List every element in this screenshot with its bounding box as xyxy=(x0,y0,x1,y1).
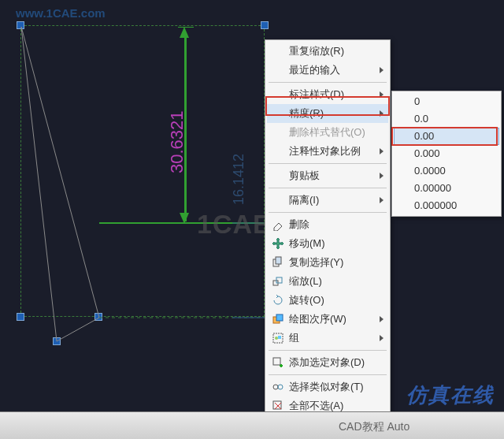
grip[interactable] xyxy=(94,313,102,321)
context-menu[interactable]: 重复缩放(R)最近的输入标注样式(D)精度(R)删除样式替代(O)注释性对象比例… xyxy=(265,39,391,439)
menu-item[interactable]: 隔离(I) xyxy=(267,191,388,210)
blank-icon xyxy=(270,43,286,59)
svg-rect-10 xyxy=(276,277,282,283)
submenu-item[interactable]: 0.000000 xyxy=(394,197,499,214)
chevron-right-icon xyxy=(380,335,384,341)
blank-icon xyxy=(270,192,286,208)
menu-item[interactable]: 绘图次序(W) xyxy=(267,310,388,329)
blank-icon xyxy=(270,143,286,159)
submenu-item[interactable]: 0.000 xyxy=(394,145,499,162)
chevron-right-icon xyxy=(380,173,384,179)
grip[interactable] xyxy=(17,21,24,29)
chevron-right-icon xyxy=(380,148,384,154)
svg-rect-8 xyxy=(276,257,281,264)
submenu-item[interactable]: 0.00 xyxy=(394,128,499,145)
status-bar xyxy=(0,411,504,439)
dimension-value: 30.6321 xyxy=(167,110,187,173)
move-icon xyxy=(270,236,286,251)
menu-item-label: 绘图次序(W) xyxy=(289,312,346,326)
blank-icon xyxy=(270,125,286,140)
menu-item-label: 删除 xyxy=(289,218,309,232)
menu-item[interactable]: 添加选定对象(D) xyxy=(267,353,388,372)
menu-item[interactable]: 选择类似对象(T) xyxy=(267,378,388,396)
selsimilar-icon xyxy=(270,379,286,395)
menu-separator xyxy=(269,212,387,213)
blank-icon xyxy=(270,87,286,102)
menu-item[interactable]: 复制选择(Y) xyxy=(267,253,388,272)
svg-rect-15 xyxy=(278,336,281,339)
precision-submenu[interactable]: 00.00.000.0000.00000.000000.000000 xyxy=(391,91,502,217)
menu-item-label: 旋转(O) xyxy=(289,293,324,307)
menu-item-label: 精度(R) xyxy=(289,106,324,121)
scale-icon xyxy=(270,273,286,289)
menu-item[interactable]: 精度(R) xyxy=(267,104,388,123)
blank-icon xyxy=(270,168,286,184)
watermark-bottom: CAD教程 Auto xyxy=(339,420,410,434)
menu-item-label: 最近的输入 xyxy=(289,63,340,77)
grip[interactable] xyxy=(261,21,269,29)
menu-item[interactable]: 最近的输入 xyxy=(267,61,388,80)
chevron-right-icon xyxy=(380,91,384,98)
blank-icon xyxy=(270,106,286,121)
drawing-canvas[interactable]: 30.6321 16.1412 1CAE.com www.1CAE.com xyxy=(0,0,504,439)
menu-item-label: 缩放(L) xyxy=(289,274,322,288)
menu-item-label: 移动(M) xyxy=(289,236,325,251)
blank-icon xyxy=(270,62,286,78)
rotate-icon xyxy=(270,292,286,308)
menu-item[interactable]: 移动(M) xyxy=(267,234,388,253)
menu-item-label: 选择类似对象(T) xyxy=(289,380,364,394)
chevron-right-icon xyxy=(380,316,384,322)
secondary-dimension-value: 16.1412 xyxy=(231,154,247,205)
watermark-url: www.1CAE.com xyxy=(16,6,106,20)
submenu-item[interactable]: 0.00000 xyxy=(394,180,499,197)
dimension-ext xyxy=(178,27,194,28)
svg-point-14 xyxy=(275,337,278,340)
menu-item-label: 重复缩放(R) xyxy=(289,44,344,58)
dimension-arrow-icon xyxy=(180,213,189,224)
addsel-icon xyxy=(270,355,286,370)
menu-item[interactable]: 标注样式(D) xyxy=(267,85,388,104)
menu-item[interactable]: 注释性对象比例 xyxy=(267,142,388,161)
svg-point-18 xyxy=(278,385,283,389)
menu-separator xyxy=(269,374,387,375)
menu-item-label: 组 xyxy=(289,331,299,345)
menu-item-label: 复制选择(Y) xyxy=(289,255,343,270)
erase-icon xyxy=(270,217,286,233)
submenu-item[interactable]: 0 xyxy=(394,93,499,110)
copy-icon xyxy=(270,255,286,270)
watermark-bottom-right: 仿真在线 xyxy=(406,381,495,409)
submenu-item[interactable]: 0.0000 xyxy=(394,162,499,180)
svg-rect-11 xyxy=(273,317,280,323)
chevron-right-icon xyxy=(380,67,384,73)
menu-item[interactable]: 删除样式替代(O) xyxy=(267,123,388,142)
chevron-right-icon xyxy=(380,110,384,117)
chevron-right-icon xyxy=(380,197,384,203)
svg-rect-12 xyxy=(276,314,283,321)
svg-rect-9 xyxy=(273,281,278,285)
menu-item[interactable]: 缩放(L) xyxy=(267,272,388,291)
menu-item-label: 隔离(I) xyxy=(289,193,319,207)
svg-line-1 xyxy=(57,318,99,341)
svg-rect-7 xyxy=(273,259,279,266)
group-icon xyxy=(270,330,286,346)
menu-item[interactable]: 组 xyxy=(267,329,388,348)
grip[interactable] xyxy=(17,313,24,321)
menu-item[interactable]: 重复缩放(R) xyxy=(267,42,388,61)
menu-item[interactable]: 剪贴板 xyxy=(267,166,388,185)
menu-item-label: 剪贴板 xyxy=(289,169,320,183)
menu-item-label: 添加选定对象(D) xyxy=(289,355,365,370)
menu-item[interactable]: 旋转(O) xyxy=(267,291,388,310)
svg-rect-16 xyxy=(273,358,280,365)
menu-separator xyxy=(269,350,387,351)
draworder-icon xyxy=(270,311,286,327)
submenu-item[interactable]: 0.0 xyxy=(394,110,499,128)
svg-point-17 xyxy=(273,385,278,389)
svg-rect-13 xyxy=(273,333,283,343)
menu-item-label: 标注样式(D) xyxy=(289,87,344,102)
menu-item-label: 注释性对象比例 xyxy=(289,144,361,158)
dimension-ext xyxy=(178,223,194,224)
menu-separator xyxy=(269,163,387,164)
grip[interactable] xyxy=(53,337,61,345)
menu-separator xyxy=(269,82,387,83)
menu-item[interactable]: 删除 xyxy=(267,215,388,234)
